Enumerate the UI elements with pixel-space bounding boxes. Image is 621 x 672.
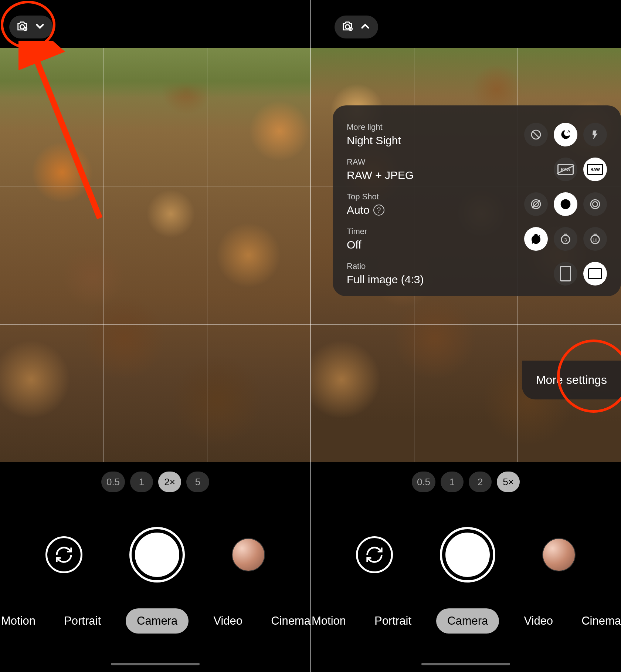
screenshot-right: More light Night Sight A RAW RAW + JPEG bbox=[310, 0, 621, 672]
home-indicator[interactable] bbox=[111, 663, 200, 665]
gallery-thumbnail[interactable] bbox=[232, 538, 265, 571]
home-indicator[interactable] bbox=[421, 663, 510, 665]
topshot-off-icon bbox=[530, 198, 542, 210]
qs-more-light-value: Night Sight bbox=[347, 134, 401, 147]
raw-off-icon: RAW bbox=[557, 164, 574, 175]
topshot-auto-icon: A bbox=[560, 198, 571, 210]
ratio-tall[interactable] bbox=[554, 262, 577, 286]
mode-portrait[interactable]: Portrait bbox=[371, 608, 415, 634]
svg-text:3: 3 bbox=[564, 237, 567, 243]
gallery-thumbnail[interactable] bbox=[542, 538, 576, 571]
zoom-2[interactable]: 2× bbox=[158, 472, 181, 492]
more-settings-button[interactable]: More settings bbox=[522, 361, 621, 399]
timer-10-icon: 10 bbox=[589, 233, 601, 245]
zoom-5[interactable]: 5 bbox=[186, 472, 209, 492]
zoom-0-5[interactable]: 0.5 bbox=[101, 472, 125, 492]
ratio-tall-icon bbox=[560, 266, 571, 281]
top-shot-on[interactable] bbox=[583, 192, 607, 216]
camera-settings-icon bbox=[16, 20, 28, 34]
help-icon[interactable]: ? bbox=[373, 205, 384, 216]
moon-auto-icon: A bbox=[560, 129, 571, 141]
qs-ratio-value: Full image (4:3) bbox=[347, 273, 424, 286]
chevron-down-icon bbox=[34, 20, 46, 34]
timer-off-icon bbox=[530, 233, 542, 245]
qs-top-shot-value: Auto bbox=[347, 204, 370, 216]
mode-video[interactable]: Video bbox=[520, 608, 557, 634]
camera-settings-icon bbox=[341, 20, 354, 34]
mode-motion[interactable]: Motion bbox=[310, 608, 350, 634]
quick-settings-panel: More light Night Sight A RAW RAW + JPEG bbox=[333, 105, 621, 296]
off-icon bbox=[530, 129, 542, 141]
top-shot-auto[interactable]: A bbox=[554, 192, 577, 216]
mode-video[interactable]: Video bbox=[210, 608, 246, 634]
mode-motion[interactable]: Motion bbox=[0, 608, 39, 634]
mode-selector[interactable]: Motion Portrait Camera Video Cinema bbox=[0, 608, 310, 634]
quick-settings-toggle[interactable] bbox=[335, 16, 378, 38]
qs-raw-title: RAW bbox=[347, 157, 414, 167]
flip-icon bbox=[54, 545, 74, 564]
zoom-selector: 0.5 1 2 5× bbox=[310, 472, 621, 492]
timer-3-icon: 3 bbox=[559, 233, 572, 245]
mode-portrait[interactable]: Portrait bbox=[60, 608, 105, 634]
mode-cinema[interactable]: Cinema bbox=[267, 608, 310, 634]
topshot-on-icon bbox=[589, 198, 601, 210]
qs-raw: RAW RAW + JPEG RAW RAW bbox=[347, 152, 607, 187]
svg-line-6 bbox=[533, 131, 540, 138]
qs-more-light-title: More light bbox=[347, 122, 401, 132]
ratio-full[interactable] bbox=[583, 262, 607, 286]
qs-timer: Timer Off 3 10 bbox=[347, 222, 607, 256]
qs-ratio-title: Ratio bbox=[347, 261, 424, 271]
shutter-button[interactable] bbox=[440, 527, 495, 582]
mode-camera[interactable]: Camera bbox=[436, 608, 499, 634]
zoom-1[interactable]: 1 bbox=[130, 472, 153, 492]
qs-top-shot-title: Top Shot bbox=[347, 192, 384, 202]
svg-text:A: A bbox=[564, 202, 567, 207]
raw-off[interactable]: RAW bbox=[554, 158, 577, 181]
raw-on-icon: RAW bbox=[587, 164, 603, 175]
mode-selector[interactable]: Motion Portrait Camera Video Cinema bbox=[310, 608, 621, 634]
mode-camera[interactable]: Camera bbox=[126, 608, 189, 634]
ratio-full-icon bbox=[588, 268, 602, 279]
top-shot-off[interactable] bbox=[524, 192, 548, 216]
qs-raw-value: RAW + JPEG bbox=[347, 169, 414, 182]
qs-more-light: More light Night Sight A bbox=[347, 117, 607, 152]
chevron-up-icon bbox=[359, 20, 371, 34]
flash-icon bbox=[590, 130, 600, 139]
flip-icon bbox=[365, 545, 384, 564]
more-light-night-auto[interactable]: A bbox=[554, 123, 577, 146]
zoom-5[interactable]: 5× bbox=[497, 472, 520, 492]
zoom-2[interactable]: 2 bbox=[469, 472, 492, 492]
more-light-flash[interactable] bbox=[583, 123, 607, 146]
more-light-off[interactable] bbox=[524, 123, 548, 146]
viewfinder[interactable] bbox=[0, 48, 310, 462]
timer-off[interactable] bbox=[524, 227, 548, 251]
mode-cinema[interactable]: Cinema bbox=[578, 608, 621, 634]
svg-point-13 bbox=[591, 200, 600, 209]
shutter-button[interactable] bbox=[129, 527, 185, 582]
timer-3[interactable]: 3 bbox=[554, 227, 577, 251]
zoom-selector: 0.5 1 2× 5 bbox=[0, 472, 310, 492]
qs-timer-value: Off bbox=[347, 239, 367, 251]
raw-on[interactable]: RAW bbox=[583, 158, 607, 181]
flip-camera-button[interactable] bbox=[45, 536, 82, 573]
flip-camera-button[interactable] bbox=[356, 536, 393, 573]
qs-ratio: Ratio Full image (4:3) bbox=[347, 256, 607, 291]
zoom-1[interactable]: 1 bbox=[441, 472, 464, 492]
quick-settings-toggle[interactable] bbox=[9, 16, 53, 38]
qs-top-shot: Top Shot Auto ? A bbox=[347, 187, 607, 222]
svg-text:A: A bbox=[567, 129, 570, 134]
svg-point-14 bbox=[593, 202, 597, 206]
timer-10[interactable]: 10 bbox=[583, 227, 607, 251]
zoom-0-5[interactable]: 0.5 bbox=[412, 472, 435, 492]
svg-text:10: 10 bbox=[593, 238, 597, 242]
screenshot-left: 0.5 1 2× 5 Motion Portrait Camera Video … bbox=[0, 0, 310, 672]
qs-timer-title: Timer bbox=[347, 227, 367, 236]
